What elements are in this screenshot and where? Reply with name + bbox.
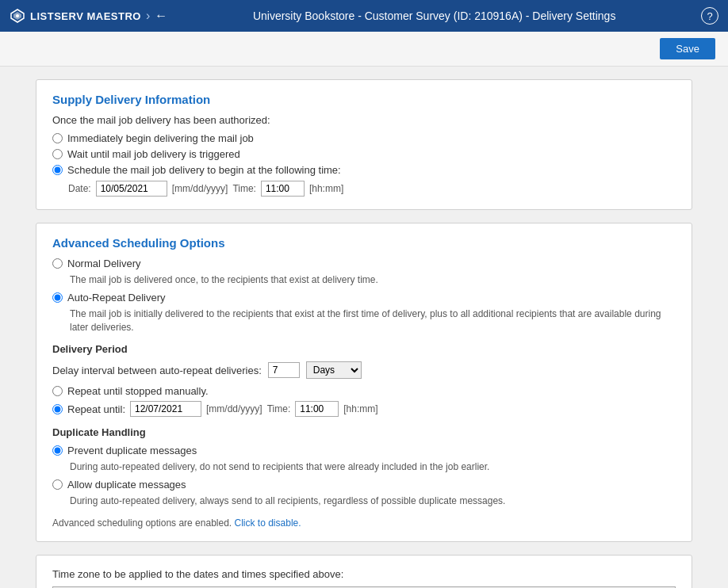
date-format-label: [mm/dd/yyyy]: [172, 183, 228, 194]
repeat-stop-label[interactable]: Repeat until stopped manually.: [67, 385, 209, 397]
radio-row-wait: Wait until mail job delivery is triggere…: [52, 148, 676, 160]
allow-duplicate-label[interactable]: Allow duplicate messages: [67, 479, 186, 491]
radio-row-repeat-stop: Repeat until stopped manually.: [52, 385, 676, 397]
auto-repeat-label[interactable]: Auto-Repeat Delivery: [67, 292, 166, 304]
radio-repeat-stop[interactable]: [52, 386, 63, 396]
radio-row-normal: Normal Delivery: [52, 258, 676, 269]
repeat-until-date-input[interactable]: [130, 401, 201, 417]
radio-row-immediate: Immediately begin delivering the mail jo…: [52, 132, 676, 144]
radio-wait[interactable]: [52, 149, 63, 159]
delay-interval-row: Delay interval between auto-repeat deliv…: [52, 361, 676, 379]
duplicate-handling-title: Duplicate Handling: [52, 426, 676, 438]
radio-wait-label[interactable]: Wait until mail job delivery is triggere…: [67, 148, 240, 160]
time-format-label: [hh:mm]: [309, 183, 343, 194]
advanced-footer-text: Advanced scheduling options are enabled.: [52, 517, 232, 529]
advanced-scheduling-card: Advanced Scheduling Options Normal Deliv…: [36, 223, 692, 542]
time-label: Time:: [232, 183, 256, 194]
toolbar: Save: [0, 32, 728, 67]
radio-normal-delivery[interactable]: [52, 258, 63, 269]
app-header: LISTSERV MAESTRO › ← University Bookstor…: [0, 0, 728, 32]
page-title: University Bookstore - Customer Survey (…: [167, 10, 701, 22]
repeat-date-format-label: [mm/dd/yyyy]: [206, 403, 262, 414]
prevent-duplicate-label[interactable]: Prevent duplicate messages: [67, 445, 197, 456]
delay-unit-select[interactable]: Days Weeks Months: [306, 361, 362, 379]
radio-row-auto-repeat: Auto-Repeat Delivery: [52, 292, 676, 304]
main-content: Supply Delivery Information Once the mai…: [23, 67, 705, 588]
radio-row-schedule: Schedule the mail job delivery to begin …: [52, 164, 676, 176]
delivery-options: Immediately begin delivering the mail jo…: [52, 132, 676, 176]
time-input[interactable]: [261, 181, 305, 197]
radio-immediate-label[interactable]: Immediately begin delivering the mail jo…: [67, 132, 254, 144]
timezone-card: Time zone to be applied to the dates and…: [36, 555, 692, 588]
date-input[interactable]: [96, 181, 167, 197]
delivery-period-title: Delivery Period: [52, 343, 676, 355]
repeat-time-label: Time:: [267, 403, 291, 414]
normal-delivery-label[interactable]: Normal Delivery: [67, 258, 140, 269]
radio-schedule[interactable]: [52, 165, 63, 175]
prevent-dup-desc: During auto-repeated delivery, do not se…: [70, 460, 676, 474]
repeat-until-time-input[interactable]: [295, 401, 339, 417]
save-button[interactable]: Save: [660, 38, 715, 59]
date-label: Date:: [68, 183, 91, 194]
radio-immediate[interactable]: [52, 133, 63, 143]
radio-allow-duplicate[interactable]: [52, 479, 63, 490]
allow-dup-desc: During auto-repeated delivery, always se…: [70, 494, 676, 508]
svg-point-2: [16, 14, 19, 17]
repeat-until-row: Repeat until: [mm/dd/yyyy] Time: [hh:mm]: [52, 401, 676, 417]
supply-section-desc: Once the mail job delivery has been auth…: [52, 114, 676, 126]
schedule-date-row: Date: [mm/dd/yyyy] Time: [hh:mm]: [68, 181, 676, 197]
repeat-until-label[interactable]: Repeat until:: [67, 403, 125, 415]
help-button[interactable]: ?: [701, 7, 718, 25]
advanced-footer: Advanced scheduling options are enabled.…: [52, 517, 676, 529]
timezone-description: Time zone to be applied to the dates and…: [52, 568, 676, 580]
delay-value-input[interactable]: [268, 362, 300, 378]
back-button[interactable]: ←: [155, 9, 167, 23]
delay-label: Delay interval between auto-repeat deliv…: [52, 365, 262, 376]
radio-row-prevent-dup: Prevent duplicate messages: [52, 445, 676, 456]
radio-row-allow-dup: Allow duplicate messages: [52, 479, 676, 491]
radio-repeat-until[interactable]: [52, 404, 63, 414]
normal-delivery-desc: The mail job is delivered once, to the r…: [70, 273, 676, 287]
logo-icon: [10, 8, 25, 24]
advanced-section-title: Advanced Scheduling Options: [52, 236, 676, 250]
repeat-time-format-label: [hh:mm]: [343, 403, 377, 414]
header-separator: ›: [146, 9, 150, 23]
radio-schedule-label[interactable]: Schedule the mail job delivery to begin …: [67, 164, 341, 176]
app-logo: LISTSERV MAESTRO: [10, 8, 141, 24]
supply-delivery-card: Supply Delivery Information Once the mai…: [36, 79, 692, 210]
auto-repeat-desc: The mail job is initially delivered to t…: [70, 307, 676, 334]
disable-advanced-link[interactable]: Click to disable.: [235, 517, 301, 529]
radio-prevent-duplicate[interactable]: [52, 445, 63, 456]
supply-section-title: Supply Delivery Information: [52, 93, 676, 106]
radio-auto-repeat[interactable]: [52, 292, 63, 303]
